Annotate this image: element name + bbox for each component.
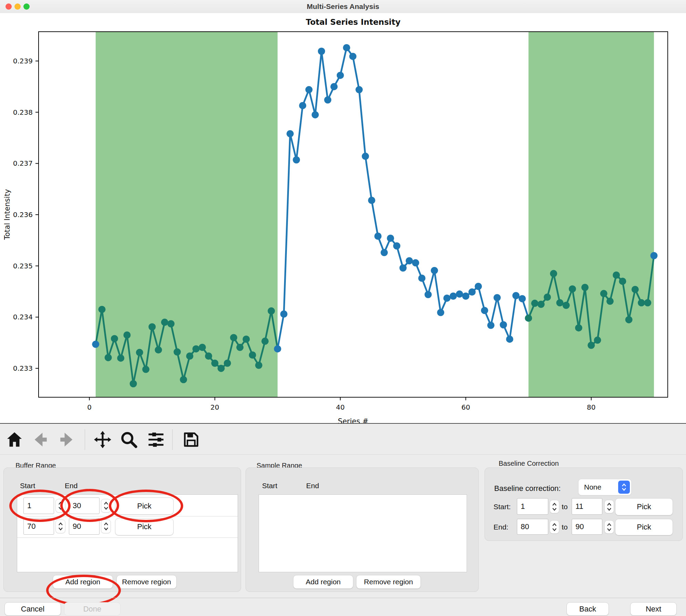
baseline-end-from-input[interactable] <box>517 519 548 535</box>
toolbar-separator <box>85 429 85 450</box>
svg-text:0.236: 0.236 <box>13 211 33 219</box>
buffer-start-stepper[interactable] <box>56 499 65 512</box>
total-series-intensity-plot[interactable]: 0204060800.2330.2340.2350.2360.2370.2380… <box>0 13 686 423</box>
buffer-start-input[interactable] <box>23 518 54 535</box>
baseline-start-from-stepper[interactable] <box>550 500 559 513</box>
remove-region-button[interactable]: Remove region <box>116 575 177 589</box>
pan-icon[interactable] <box>94 431 112 449</box>
buffer-end-stepper[interactable] <box>101 520 111 533</box>
svg-text:Series #: Series # <box>338 417 368 423</box>
svg-text:0: 0 <box>87 403 92 411</box>
svg-text:Total Series Intensity: Total Series Intensity <box>306 18 401 27</box>
baseline-correction-panel: Baseline correction: None Start: to Pick… <box>485 468 683 541</box>
svg-text:0.235: 0.235 <box>13 262 33 270</box>
sliders-icon[interactable] <box>147 431 165 449</box>
add-region-button[interactable]: Add region <box>53 575 113 589</box>
sample-range-panel: Start End Add region Remove region <box>246 468 479 592</box>
window-title: Multi-Series Analysis <box>0 0 686 13</box>
svg-text:40: 40 <box>336 403 344 411</box>
baseline-start-label: Start: <box>493 503 511 511</box>
back-icon[interactable] <box>32 431 50 449</box>
buffer-range-panel: Start End Pick <box>3 468 241 592</box>
buffer-end-input[interactable] <box>69 497 100 514</box>
baseline-start-to-label: to <box>562 503 568 511</box>
svg-text:60: 60 <box>461 403 470 411</box>
svg-text:0.238: 0.238 <box>13 108 33 116</box>
svg-text:80: 80 <box>587 403 595 411</box>
title-bar: Multi-Series Analysis <box>0 0 686 13</box>
save-icon[interactable] <box>182 431 200 449</box>
buffer-end-stepper[interactable] <box>101 499 111 512</box>
next-button[interactable]: Next <box>630 602 677 616</box>
buffer-pick-button[interactable]: Pick <box>115 518 174 535</box>
baseline-end-from-stepper[interactable] <box>550 521 559 533</box>
toolbar-separator <box>172 429 173 450</box>
baseline-correction-value: None <box>579 483 618 491</box>
back-button[interactable]: Back <box>567 602 609 616</box>
row-separator <box>17 537 238 538</box>
forward-icon[interactable] <box>58 431 75 449</box>
remove-region-button[interactable]: Remove region <box>356 575 421 589</box>
sample-end-header: End <box>306 482 319 490</box>
buffer-end-header: End <box>65 482 77 490</box>
svg-text:0.234: 0.234 <box>13 313 33 321</box>
add-region-button[interactable]: Add region <box>293 575 353 589</box>
cancel-button[interactable]: Cancel <box>4 602 61 616</box>
baseline-end-to-label: to <box>562 523 568 531</box>
buffer-start-header: Start <box>20 482 35 490</box>
buffer-start-stepper[interactable] <box>56 520 65 533</box>
buffer-end-input[interactable] <box>69 518 100 535</box>
chart-area: 0204060800.2330.2340.2350.2360.2370.2380… <box>0 13 686 423</box>
baseline-end-pick-button[interactable]: Pick <box>615 519 673 535</box>
baseline-start-to-stepper[interactable] <box>605 500 614 513</box>
svg-text:Total Intensity: Total Intensity <box>3 189 11 240</box>
svg-text:0.233: 0.233 <box>13 364 33 372</box>
zoom-icon[interactable] <box>120 431 138 449</box>
multi-series-analysis-window: Multi-Series Analysis 0204060800.2330.23… <box>0 0 686 616</box>
baseline-end-to-input[interactable] <box>572 519 602 535</box>
buffer-pick-button[interactable]: Pick <box>115 497 174 515</box>
svg-text:20: 20 <box>210 403 219 411</box>
sample-range-list[interactable] <box>259 494 467 572</box>
baseline-end-label: End: <box>493 523 508 531</box>
dropdown-chevrons-icon <box>618 481 630 494</box>
baseline-start-to-input[interactable] <box>572 498 602 515</box>
baseline-correction-label: Baseline Correction <box>499 460 559 468</box>
baseline-end-to-stepper[interactable] <box>605 521 614 533</box>
buffer-start-input[interactable] <box>23 497 54 514</box>
sample-start-header: Start <box>262 482 277 490</box>
svg-text:0.239: 0.239 <box>13 57 33 65</box>
buffer-range-list[interactable]: Pick Pick <box>17 494 238 572</box>
plot-toolbar <box>0 423 686 455</box>
baseline-correction-field-label: Baseline correction: <box>494 484 561 493</box>
baseline-correction-select[interactable]: None <box>579 479 631 495</box>
row-separator <box>17 516 238 516</box>
footer-divider <box>0 598 686 598</box>
baseline-start-pick-button[interactable]: Pick <box>615 498 673 515</box>
home-icon[interactable] <box>6 431 23 449</box>
svg-text:0.237: 0.237 <box>13 159 33 167</box>
baseline-start-from-input[interactable] <box>517 498 548 515</box>
done-button[interactable]: Done <box>64 602 121 616</box>
